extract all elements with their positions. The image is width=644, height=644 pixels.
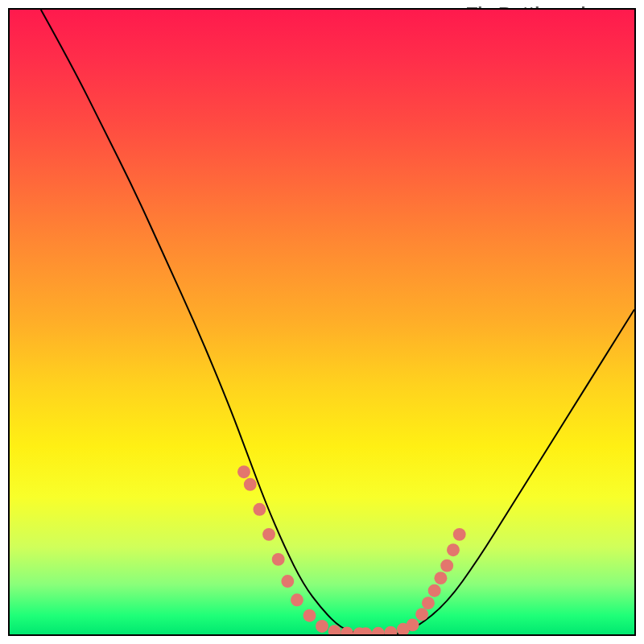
marker-dot <box>422 597 435 609</box>
marker-dot <box>428 584 441 597</box>
chart-svg <box>10 10 634 634</box>
marker-dot <box>237 465 250 478</box>
marker-dot <box>434 572 447 584</box>
marker-dot <box>303 609 316 622</box>
marker-dot <box>244 478 257 491</box>
marker-dot <box>253 503 266 516</box>
plot-area <box>8 8 636 636</box>
markers-group <box>237 465 466 634</box>
marker-dot <box>316 620 328 633</box>
marker-dot <box>291 593 303 606</box>
marker-dot <box>407 618 419 631</box>
marker-dot <box>415 608 428 621</box>
chart-container: TheBottleneck.com <box>0 0 644 644</box>
marker-dot <box>281 575 294 588</box>
marker-dot <box>272 553 285 566</box>
marker-dot <box>447 543 460 556</box>
marker-dot <box>440 559 453 572</box>
marker-dot <box>453 528 466 541</box>
bottleneck-curve <box>41 10 634 634</box>
marker-dot <box>262 528 275 541</box>
marker-dot <box>372 627 385 634</box>
marker-dot <box>384 626 397 634</box>
